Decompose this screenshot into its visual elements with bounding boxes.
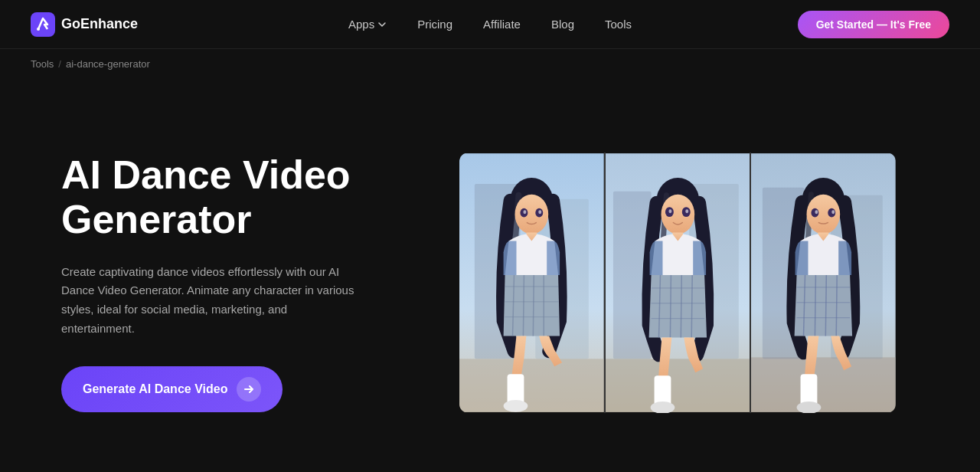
breadcrumb-current: ai-dance-generator <box>66 58 150 70</box>
navbar: GoEnhance Apps Pricing Affiliate Blog To… <box>0 0 980 49</box>
page-description: Create captivating dance videos effortle… <box>61 263 360 339</box>
anime-character-2 <box>606 152 750 413</box>
svg-rect-0 <box>31 12 55 37</box>
svg-line-54 <box>815 275 816 336</box>
breadcrumb-parent[interactable]: Tools <box>31 58 54 70</box>
svg-point-7 <box>514 195 548 234</box>
svg-rect-43 <box>751 357 896 411</box>
svg-point-50 <box>815 210 818 214</box>
svg-rect-3 <box>459 359 604 412</box>
get-started-button[interactable]: Get Started — It's Free <box>798 11 949 38</box>
nav-item-apps[interactable]: Apps <box>348 18 387 31</box>
nav-item-blog[interactable]: Blog <box>551 18 574 31</box>
svg-line-56 <box>837 275 838 336</box>
svg-rect-60 <box>801 374 818 406</box>
svg-rect-23 <box>606 359 750 412</box>
anime-character-1 <box>459 152 604 413</box>
svg-line-34 <box>670 275 671 337</box>
svg-point-1 <box>37 28 40 31</box>
svg-line-55 <box>826 275 827 336</box>
logo-icon <box>31 12 55 37</box>
svg-point-10 <box>523 210 526 214</box>
svg-point-30 <box>668 209 671 213</box>
svg-point-31 <box>685 209 688 213</box>
left-section: AI Dance Video Generator Create captivat… <box>61 153 360 411</box>
image-panel-3 <box>751 152 896 413</box>
svg-line-36 <box>691 275 692 337</box>
logo-text: GoEnhance <box>61 16 138 32</box>
anime-character-3 <box>751 152 896 413</box>
generate-button[interactable]: Generate AI Dance Video <box>61 366 283 412</box>
nav-item-tools[interactable]: Tools <box>605 18 632 31</box>
nav-item-affiliate[interactable]: Affiliate <box>483 18 521 31</box>
logo[interactable]: GoEnhance <box>31 12 138 37</box>
breadcrumb: Tools / ai-dance-generator <box>0 49 980 79</box>
image-panel-2 <box>606 152 752 413</box>
svg-point-21 <box>504 400 528 412</box>
svg-point-11 <box>538 210 541 214</box>
image-panel-1 <box>459 152 606 413</box>
chevron-down-icon <box>377 20 387 29</box>
image-grid <box>459 152 896 413</box>
nav-item-pricing[interactable]: Pricing <box>417 18 452 31</box>
main-content: AI Dance Video Generator Create captivat… <box>0 79 980 471</box>
right-section <box>406 152 949 413</box>
page-title: AI Dance Video Generator <box>61 153 360 241</box>
nav-links: Apps Pricing Affiliate Blog Tools <box>348 18 632 31</box>
svg-line-15 <box>533 275 534 336</box>
breadcrumb-separator: / <box>58 58 61 70</box>
arrow-right-icon <box>237 377 261 402</box>
svg-line-14 <box>523 275 524 336</box>
svg-line-35 <box>681 275 681 337</box>
svg-point-51 <box>832 210 835 214</box>
svg-rect-40 <box>654 375 671 406</box>
